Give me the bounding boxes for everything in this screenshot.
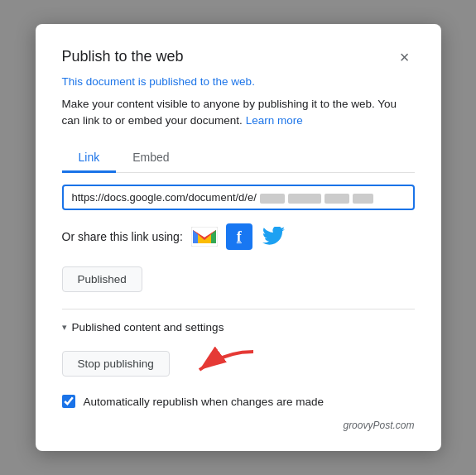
published-button[interactable]: Published (62, 266, 142, 292)
gmail-icon (191, 227, 218, 247)
watermark: groovyPost.com (62, 420, 415, 431)
url-blur-3 (325, 194, 349, 204)
url-text: https://docs.google.com/document/d/e/ (72, 191, 405, 204)
modal-header: Publish to the web × (62, 47, 415, 67)
url-blur-1 (260, 194, 285, 204)
facebook-link[interactable]: f (226, 223, 252, 250)
share-label: Or share this link using: (62, 230, 183, 243)
url-field[interactable]: https://docs.google.com/document/d/e/ (62, 185, 415, 210)
checkbox-label: Automatically republish when changes are… (84, 396, 324, 408)
learn-more-link[interactable]: Learn more (246, 114, 303, 127)
url-blur-2 (288, 194, 321, 204)
publish-modal: Publish to the web × This document is pu… (36, 24, 441, 452)
description-text: Make your content visible to anyone by p… (62, 96, 415, 130)
stop-row: Stop publishing (62, 345, 415, 381)
twitter-icon (262, 227, 286, 247)
auto-republish-checkbox[interactable] (62, 395, 75, 408)
stop-publishing-button[interactable]: Stop publishing (62, 351, 170, 377)
checkbox-row: Automatically republish when changes are… (62, 395, 415, 408)
gmail-link[interactable] (191, 226, 218, 247)
chevron-icon: ▾ (62, 322, 67, 333)
red-arrow-icon (183, 345, 257, 381)
tab-embed[interactable]: Embed (116, 144, 185, 173)
share-row: Or share this link using: f (62, 223, 415, 250)
facebook-icon: f (237, 228, 242, 246)
tabs-container: Link Embed (62, 144, 415, 173)
published-notice: This document is published to the web. (62, 75, 415, 88)
url-blur-4 (353, 194, 373, 204)
close-button[interactable]: × (395, 47, 415, 67)
modal-title: Publish to the web (62, 48, 184, 65)
description-main: Make your content visible to anyone by p… (62, 98, 397, 127)
settings-section: ▾ Published content and settings Stop pu… (62, 321, 415, 408)
settings-label-text: Published content and settings (72, 321, 224, 333)
settings-label[interactable]: ▾ Published content and settings (62, 321, 415, 333)
tab-link[interactable]: Link (62, 144, 117, 173)
divider (62, 309, 415, 309)
twitter-link[interactable] (261, 226, 287, 247)
